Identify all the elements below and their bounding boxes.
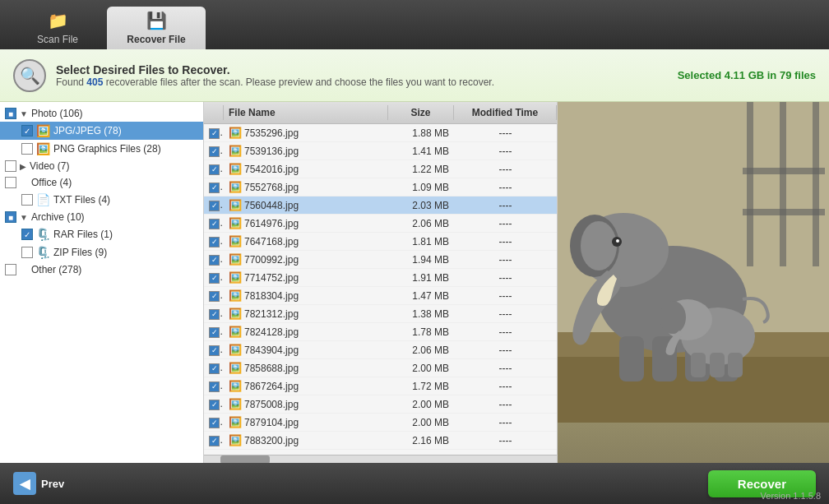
file-name: 7875008.jpg: [244, 399, 299, 410]
tree-item-archive[interactable]: ■ ▼ Archive (10): [0, 209, 203, 225]
tree-checkbox-archive[interactable]: ■: [5, 211, 16, 223]
file-checkbox-cell[interactable]: ✓: [204, 198, 224, 212]
file-checkbox-cell[interactable]: ✓: [204, 397, 224, 411]
file-checkbox[interactable]: ✓: [209, 201, 220, 211]
file-name: 7879104.jpg: [244, 417, 299, 428]
file-checkbox[interactable]: ✓: [209, 128, 220, 139]
tree-item-photo[interactable]: ■ ▼ Photo (106): [0, 105, 203, 122]
file-checkbox[interactable]: ✓: [209, 418, 220, 428]
file-list[interactable]: ✓ 🖼️ 7535296.jpg 1.88 MB ---- ✓ 🖼️ 75391…: [204, 124, 557, 455]
file-checkbox-cell[interactable]: ✓: [204, 126, 224, 140]
file-row[interactable]: ✓ 🖼️ 7539136.jpg 1.41 MB ----: [204, 142, 557, 160]
tree-panel[interactable]: ■ ▼ Photo (106) ✓ 🖼️ JPG/JPEG (78) 🖼️ PN…: [0, 102, 204, 463]
file-checkbox[interactable]: ✓: [209, 327, 220, 338]
file-checkbox-cell[interactable]: ✓: [204, 343, 224, 357]
tree-checkbox-photo[interactable]: ■: [5, 108, 16, 119]
tree-checkbox-zip[interactable]: [21, 247, 33, 258]
tree-checkbox-rar[interactable]: ✓: [21, 229, 33, 240]
tree-item-jpg[interactable]: ✓ 🖼️ JPG/JPEG (78): [0, 122, 203, 140]
file-row[interactable]: ✓ 🖼️ 7542016.jpg 1.22 MB ----: [204, 160, 557, 178]
tab-scan-file[interactable]: 📁 Scan File: [8, 7, 107, 49]
tree-checkbox-jpg[interactable]: ✓: [21, 125, 33, 136]
file-row[interactable]: ✓ 🖼️ 7700992.jpg 1.94 MB ----: [204, 251, 557, 269]
file-row[interactable]: ✓ 🖼️ 7824128.jpg 1.78 MB ----: [204, 323, 557, 341]
file-checkbox[interactable]: ✓: [209, 291, 220, 302]
file-checkbox-cell[interactable]: ✓: [204, 361, 224, 375]
file-row[interactable]: ✓ 🖼️ 7821312.jpg 1.38 MB ----: [204, 305, 557, 323]
file-checkbox-cell[interactable]: ✓: [204, 379, 224, 393]
tree-checkbox-other[interactable]: [5, 264, 16, 275]
file-row[interactable]: ✓ 🖼️ 7843904.jpg 2.06 MB ----: [204, 341, 557, 359]
file-checkbox[interactable]: ✓: [209, 309, 220, 320]
file-list-header: File Name Size Modified Time: [204, 102, 557, 124]
tree-item-rar[interactable]: ✓ 🗜️ RAR Files (1): [0, 225, 203, 243]
file-name-cell: 🖼️ 7821312.jpg: [224, 307, 388, 321]
tab-recover-file[interactable]: 💾 Recover File: [107, 7, 206, 49]
tree-item-other[interactable]: Other (278): [0, 261, 203, 278]
tree-item-zip[interactable]: 🗜️ ZIP Files (9): [0, 243, 203, 261]
tree-item-txt[interactable]: 📄 TXT Files (4): [0, 191, 203, 209]
file-name-cell: 🖼️ 7714752.jpg: [224, 270, 388, 284]
tree-checkbox-txt[interactable]: [21, 194, 33, 206]
file-checkbox-cell[interactable]: ✓: [204, 234, 224, 248]
file-checkbox[interactable]: ✓: [209, 400, 220, 410]
file-row[interactable]: ✓ 🖼️ 7560448.jpg 2.03 MB ----: [204, 197, 557, 215]
file-checkbox-cell[interactable]: ✓: [204, 289, 224, 303]
tree-label-jpg: JPG/JPEG (78): [53, 125, 122, 136]
file-name-cell: 🖼️ 7535296.jpg: [224, 126, 388, 140]
file-row[interactable]: ✓ 🖼️ 7818304.jpg 1.47 MB ----: [204, 287, 557, 305]
tree-item-office[interactable]: Office (4): [0, 174, 203, 191]
file-checkbox-cell[interactable]: ✓: [204, 415, 224, 429]
file-checkbox[interactable]: ✓: [209, 255, 220, 266]
file-row[interactable]: ✓ 🖼️ 7867264.jpg 1.72 MB ----: [204, 377, 557, 395]
file-row[interactable]: ✓ 🖼️ 7535296.jpg 1.88 MB ----: [204, 124, 557, 142]
file-checkbox-cell[interactable]: ✓: [204, 180, 224, 194]
header-time: Modified Time: [454, 105, 557, 120]
tree-checkbox-png[interactable]: [21, 143, 33, 155]
file-checkbox-cell[interactable]: ✓: [204, 433, 224, 447]
file-checkbox[interactable]: ✓: [209, 436, 220, 446]
file-checkbox[interactable]: ✓: [209, 237, 220, 247]
file-checkbox[interactable]: ✓: [209, 345, 220, 356]
prev-button[interactable]: ◀ Prev: [13, 472, 64, 495]
file-row[interactable]: ✓ 🖼️ 7647168.jpg 1.81 MB ----: [204, 233, 557, 251]
horizontal-scrollbar[interactable]: [204, 455, 557, 463]
file-row[interactable]: ✓ 🖼️ 7879104.jpg 2.00 MB ----: [204, 414, 557, 432]
scrollbar-thumb[interactable]: [220, 455, 270, 463]
svg-rect-8: [743, 209, 825, 215]
file-name-cell: 🖼️ 7875008.jpg: [224, 397, 388, 411]
file-name: 7824128.jpg: [244, 326, 299, 338]
file-checkbox[interactable]: ✓: [209, 183, 220, 193]
file-checkbox[interactable]: ✓: [209, 164, 220, 175]
file-row[interactable]: ✓ 🖼️ 7614976.jpg 2.06 MB ----: [204, 215, 557, 233]
prev-label: Prev: [41, 478, 64, 490]
file-thumb-icon: 🖼️: [229, 163, 242, 175]
tree-label-office: Office (4): [31, 177, 72, 188]
file-checkbox-cell[interactable]: ✓: [204, 325, 224, 339]
file-checkbox-cell[interactable]: ✓: [204, 252, 224, 266]
file-thumb-icon: 🖼️: [229, 127, 242, 139]
file-checkbox-cell[interactable]: ✓: [204, 216, 224, 230]
file-checkbox-cell[interactable]: ✓: [204, 162, 224, 176]
file-name: 7700992.jpg: [244, 254, 299, 266]
file-row[interactable]: ✓ 🖼️ 7714752.jpg 1.91 MB ----: [204, 269, 557, 287]
file-checkbox[interactable]: ✓: [209, 363, 220, 374]
file-row[interactable]: ✓ 🖼️ 7858688.jpg 2.00 MB ----: [204, 359, 557, 377]
file-row[interactable]: ✓ 🖼️ 7875008.jpg 2.00 MB ----: [204, 395, 557, 414]
file-checkbox-cell[interactable]: ✓: [204, 307, 224, 321]
file-checkbox-cell[interactable]: ✓: [204, 144, 224, 158]
file-row[interactable]: ✓ 🖼️ 7552768.jpg 1.09 MB ----: [204, 178, 557, 197]
file-checkbox[interactable]: ✓: [209, 146, 220, 157]
file-checkbox[interactable]: ✓: [209, 273, 220, 284]
file-checkbox[interactable]: ✓: [209, 219, 220, 229]
tree-item-png[interactable]: 🖼️ PNG Graphics Files (28): [0, 140, 203, 158]
file-row[interactable]: ✓ 🖼️ 7883200.jpg 2.16 MB ----: [204, 432, 557, 450]
tree-item-video[interactable]: ▶ Video (7): [0, 158, 203, 174]
file-checkbox-cell[interactable]: ✓: [204, 270, 224, 284]
tree-label-other: Other (278): [31, 264, 81, 275]
tree-checkbox-office[interactable]: [5, 177, 16, 188]
tree-label-png: PNG Graphics Files (28): [53, 143, 161, 155]
file-checkbox[interactable]: ✓: [209, 381, 220, 392]
tree-checkbox-video[interactable]: [5, 160, 16, 172]
file-thumb-icon: 🖼️: [229, 145, 242, 157]
